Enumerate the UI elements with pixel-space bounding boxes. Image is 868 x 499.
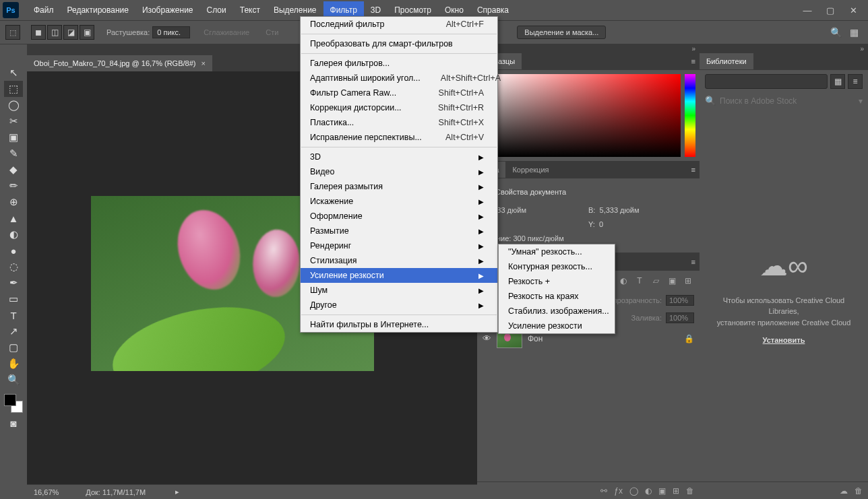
tool-8[interactable]: ⊕ (4, 194, 23, 210)
filter-item[interactable]: Пластика...Shift+Ctrl+X (301, 115, 497, 130)
filter-item[interactable]: Оформление▶ (301, 209, 497, 224)
filter-item[interactable]: 3D▶ (301, 149, 497, 164)
sharpen-item[interactable]: Контурная резкость... (499, 259, 615, 274)
tool-4[interactable]: ▣ (4, 129, 23, 145)
zoom-level[interactable]: 16,67% (34, 488, 59, 496)
tool-1[interactable]: ⬚ (4, 81, 23, 97)
tool-15[interactable]: T (4, 307, 23, 323)
trash-icon[interactable]: 🗑 (686, 486, 694, 496)
sharpen-item[interactable]: Стабилиз. изображения... (499, 304, 615, 319)
filter-item[interactable]: Галерея фильтров... (301, 56, 497, 71)
filter-item[interactable]: Исправление перспективы...Alt+Ctrl+V (301, 130, 497, 145)
maximize-icon[interactable]: ▢ (825, 5, 836, 15)
opacity-value[interactable]: 100% (666, 295, 694, 306)
filter-type-icon[interactable]: T (633, 275, 646, 287)
link-icon[interactable]: ⚯ (600, 486, 607, 496)
filter-item[interactable]: Другое▶ (301, 298, 497, 312)
menu-текст[interactable]: Текст (233, 1, 267, 19)
workspace-icon[interactable]: ▦ (846, 27, 863, 38)
color-field[interactable] (481, 74, 681, 157)
library-search-placeholder[interactable]: Поиск в Adobe Stock (720, 96, 797, 106)
selection-add-icon[interactable]: ◫ (47, 25, 62, 40)
tool-5[interactable]: ✎ (4, 145, 23, 162)
panel-menu-icon[interactable]: ≡ (687, 57, 700, 65)
mask-icon[interactable]: ◯ (629, 486, 638, 496)
trash-icon[interactable]: 🗑 (855, 486, 863, 496)
tab-adjustments[interactable]: Коррекция (505, 162, 555, 178)
filter-item[interactable]: Найти фильтры в Интернете... (301, 317, 497, 332)
selection-subtract-icon[interactable]: ◪ (63, 25, 78, 40)
sharpen-item[interactable]: "Умная" резкость... (499, 244, 615, 259)
menu-файл[interactable]: Файл (27, 1, 61, 19)
search-icon[interactable]: 🔍 (826, 27, 846, 38)
sharpen-item[interactable]: Усиление резкости (499, 319, 615, 333)
tool-13[interactable]: ✒ (4, 275, 23, 291)
filter-smart-icon[interactable]: ▣ (666, 275, 678, 287)
grid-view-icon[interactable]: ▦ (830, 74, 845, 89)
filter-item[interactable]: Усиление резкости▶ (301, 268, 497, 283)
document-tab[interactable]: Oboi_Foto_Makro_70_84.jpg @ 16,7% (RGB/8… (27, 55, 212, 71)
new-layer-icon[interactable]: ⊞ (673, 486, 679, 496)
filter-toggle-icon[interactable]: ⊞ (682, 275, 694, 287)
chevron-down-icon[interactable]: ▾ (859, 96, 863, 106)
tool-2[interactable]: ◯ (4, 97, 23, 113)
adjustment-icon[interactable]: ◐ (645, 486, 652, 496)
library-select[interactable] (705, 74, 828, 89)
close-icon[interactable]: ✕ (848, 5, 859, 15)
tool-9[interactable]: ▲ (4, 210, 23, 226)
selection-new-icon[interactable]: ◼ (31, 25, 46, 40)
mid-collapse-bar[interactable]: » (477, 44, 700, 53)
filter-item[interactable]: Коррекция дисторсии...Shift+Ctrl+R (301, 100, 497, 115)
tool-12[interactable]: ◌ (4, 259, 23, 275)
tool-10[interactable]: ◐ (4, 226, 23, 242)
selection-intersect-icon[interactable]: ▣ (80, 25, 94, 40)
install-link[interactable]: Установить (763, 335, 805, 346)
tool-16[interactable]: ↗ (4, 323, 23, 339)
group-icon[interactable]: ▣ (658, 486, 666, 496)
cloud-icon[interactable]: ☁ (840, 486, 848, 496)
filter-item[interactable]: Рендеринг▶ (301, 238, 497, 253)
tool-0[interactable]: ↖ (4, 65, 23, 81)
fill-value[interactable]: 100% (666, 312, 694, 323)
foreground-background-swatch[interactable] (4, 394, 23, 413)
fx-icon[interactable]: ƒx (614, 486, 623, 496)
lib-collapse-bar[interactable]: » (700, 44, 868, 53)
filter-item[interactable]: Видео▶ (301, 164, 497, 179)
sharpen-item[interactable]: Резкость на краях (499, 289, 615, 304)
visibility-icon[interactable]: 👁 (483, 333, 491, 343)
sharpen-item[interactable]: Резкость + (499, 274, 615, 289)
filter-item[interactable]: Размытие▶ (301, 224, 497, 238)
filter-item[interactable]: Галерея размытия▶ (301, 179, 497, 194)
menu-изображение[interactable]: Изображение (135, 1, 200, 19)
tool-17[interactable]: ▢ (4, 339, 23, 356)
filter-item[interactable]: Фильтр Camera Raw...Shift+Ctrl+A (301, 86, 497, 100)
panel-menu-icon[interactable]: ≡ (687, 166, 700, 174)
filter-item[interactable]: Последний фильтрAlt+Ctrl+F (301, 17, 497, 32)
feather-input[interactable] (152, 26, 190, 38)
close-tab-icon[interactable]: × (201, 59, 205, 67)
filter-item[interactable]: Искажение▶ (301, 194, 497, 209)
quickmask-icon[interactable]: ◙ (4, 415, 23, 431)
filter-item[interactable]: Адаптивный широкий угол...Alt+Shift+Ctrl… (301, 71, 497, 86)
tool-19[interactable]: 🔍 (4, 372, 23, 388)
tab-libraries[interactable]: Библиотеки (700, 53, 753, 69)
tool-14[interactable]: ▭ (4, 291, 23, 307)
filter-shape-icon[interactable]: ▱ (650, 275, 662, 287)
select-and-mask-button[interactable]: Выделение и маска... (517, 26, 606, 39)
tool-3[interactable]: ✂ (4, 113, 23, 129)
minimize-icon[interactable]: — (802, 5, 813, 15)
tool-18[interactable]: ✋ (4, 356, 23, 372)
tool-11[interactable]: ● (4, 242, 23, 259)
menu-слои[interactable]: Слои (200, 1, 233, 19)
menu-редактирование[interactable]: Редактирование (61, 1, 135, 19)
tool-7[interactable]: ✏ (4, 178, 23, 194)
list-view-icon[interactable]: ≡ (848, 74, 863, 89)
tool-6[interactable]: ◆ (4, 162, 23, 178)
filter-item[interactable]: Шум▶ (301, 283, 497, 298)
panel-menu-icon[interactable]: ≡ (687, 258, 700, 266)
tool-preset-icon[interactable]: ⬚ (5, 25, 20, 40)
hue-slider[interactable] (685, 74, 695, 157)
filter-adjust-icon[interactable]: ◐ (617, 275, 629, 287)
status-arrow-icon[interactable]: ▸ (175, 488, 179, 496)
filter-item[interactable]: Преобразовать для смарт-фильтров (301, 36, 497, 51)
